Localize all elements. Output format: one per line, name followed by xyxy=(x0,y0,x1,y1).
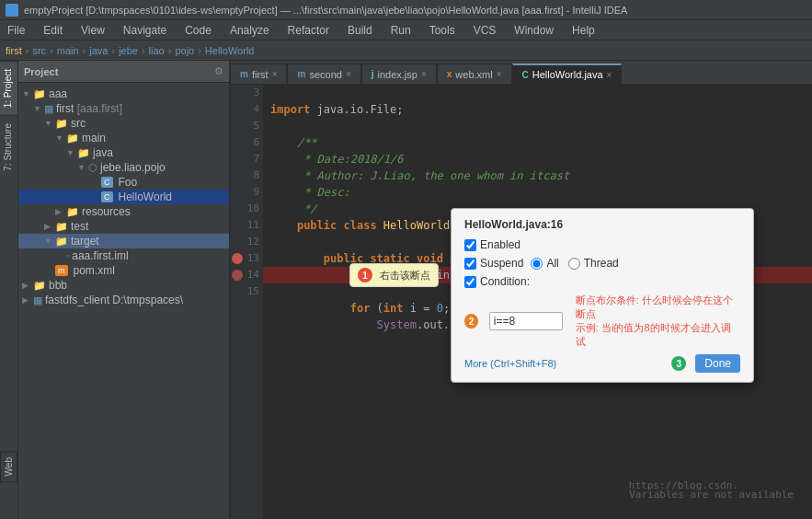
condition-hint: 断点布尔条件: 什么时候会停在这个断点示例: 当i的值为8的时候才会进入调试 xyxy=(576,294,740,349)
menu-run[interactable]: Run xyxy=(387,22,415,39)
tab-close-helloworld[interactable]: × xyxy=(607,70,612,80)
breadcrumb: first › src › main › java › jebe › liao … xyxy=(0,40,812,61)
sidebar-tab-structure[interactable]: 7: Structure xyxy=(0,115,17,179)
tab-icon-helloworld: C xyxy=(522,70,529,80)
module-icon-fastdfs: ▦ xyxy=(33,294,42,306)
condition-checkbox[interactable] xyxy=(464,276,476,288)
tab-icon-webxml: x xyxy=(447,69,452,79)
condition-checkbox-label[interactable]: Condition: xyxy=(464,275,530,288)
menu-window[interactable]: Window xyxy=(510,22,557,39)
bc-first[interactable]: first xyxy=(6,45,22,56)
tree-item-first[interactable]: ▼ ▦ first [aaa.first] xyxy=(18,101,229,116)
tree-item-iml[interactable]: ▶ ▫ aaa.first.iml xyxy=(18,248,229,263)
bc-liao[interactable]: liao xyxy=(149,45,165,56)
folder-icon-bbb: 📁 xyxy=(33,280,46,292)
tab-webxml[interactable]: x web.xml × xyxy=(437,63,512,84)
tree-label-package: jebe.liao.pojo xyxy=(100,161,166,174)
menu-view[interactable]: View xyxy=(77,22,109,39)
tree-label-resources: resources xyxy=(82,205,131,218)
tree-arrow-src: ▼ xyxy=(44,119,53,128)
menu-code[interactable]: Code xyxy=(181,22,215,39)
thread-radio[interactable] xyxy=(568,258,580,270)
menu-refactor[interactable]: Refactor xyxy=(284,22,333,39)
folder-icon-test: 📁 xyxy=(55,221,68,233)
app-icon xyxy=(6,4,18,17)
bc-java[interactable]: java xyxy=(89,45,108,56)
folder-icon-resources: 📁 xyxy=(66,206,79,218)
tab-label-first: first xyxy=(252,69,269,80)
project-title: Project xyxy=(24,66,58,77)
project-settings-icon[interactable]: ⚙ xyxy=(214,65,223,77)
tab-label-second: second xyxy=(309,69,341,80)
menu-edit[interactable]: Edit xyxy=(40,22,66,39)
tab-indexjsp[interactable]: j index.jsp × xyxy=(361,63,437,84)
tab-close-second[interactable]: × xyxy=(346,69,351,79)
xml-icon-pom: m xyxy=(55,265,68,276)
tab-icon-first: m xyxy=(240,69,248,79)
suspend-checkbox[interactable] xyxy=(464,258,476,270)
tree-item-main[interactable]: ▼ 📁 main xyxy=(18,131,229,145)
breakpoint-popup: HelloWorld.java:16 Enabled Suspend All xyxy=(451,208,754,383)
menu-build[interactable]: Build xyxy=(344,22,376,39)
tree-item-resources[interactable]: ▶ 📁 resources xyxy=(18,204,229,219)
tab-close-indexjsp[interactable]: × xyxy=(421,69,427,79)
tree-item-src[interactable]: ▼ 📁 src xyxy=(18,116,229,131)
tree-item-target[interactable]: ▼ 📁 target xyxy=(18,234,229,248)
enabled-checkbox-label[interactable]: Enabled xyxy=(464,238,520,251)
tree-arrow-package: ▼ xyxy=(77,163,86,172)
tree-item-helloworld[interactable]: ▶ C HelloWorld xyxy=(18,190,229,204)
tree-item-fastdfs[interactable]: ▶ ▦ fastdfs_client D:\tmpspaces\ xyxy=(18,293,229,307)
all-radio-label[interactable]: All xyxy=(531,257,558,270)
bp-more-link[interactable]: More (Ctrl+Shift+F8) xyxy=(464,358,556,369)
condition-input[interactable] xyxy=(489,312,563,330)
tree-item-package[interactable]: ▼ ⬡ jebe.liao.pojo xyxy=(18,160,229,175)
menu-file[interactable]: File xyxy=(4,22,29,39)
annotation-right-click: 1 右击该断点 xyxy=(349,263,439,287)
menu-tools[interactable]: Tools xyxy=(426,22,459,39)
tree-item-aaa[interactable]: ▼ 📁 aaa xyxy=(18,86,229,101)
tab-first[interactable]: m first × xyxy=(230,63,287,84)
tree-item-foo[interactable]: ▶ C Foo xyxy=(18,175,229,190)
sidebar-tab-project[interactable]: 1: Project xyxy=(0,61,17,115)
thread-radio-label[interactable]: Thread xyxy=(568,257,619,270)
menu-vcs[interactable]: VCS xyxy=(470,22,500,39)
tree-item-pom[interactable]: ▶ m pom.xml xyxy=(18,263,229,278)
main-layout: 1: Project 7: Structure Project ⚙ ▼ 📁 aa… xyxy=(0,61,812,519)
all-radio[interactable] xyxy=(531,258,543,270)
tree-item-test[interactable]: ▶ 📁 test xyxy=(18,219,229,234)
tab-helloworld[interactable]: C HelloWorld.java × xyxy=(512,63,623,84)
suspend-checkbox-label[interactable]: Suspend xyxy=(464,257,523,270)
menu-help[interactable]: Help xyxy=(568,22,599,39)
web-side-tab[interactable]: Web xyxy=(0,451,17,482)
menu-bar: File Edit View Navigate Code Analyze Ref… xyxy=(0,20,812,40)
tree-item-java[interactable]: ▼ 📁 java xyxy=(18,145,229,160)
bc-helloworld[interactable]: HelloWorld xyxy=(205,45,255,56)
tree-arrow-bbb: ▶ xyxy=(22,281,31,290)
breakpoint-dot-2 xyxy=(232,270,243,281)
editor-area: m first × m second × j index.jsp × x web… xyxy=(230,61,812,519)
annotation-badge-1: 1 xyxy=(358,268,372,283)
enabled-checkbox[interactable] xyxy=(464,239,476,251)
tab-second[interactable]: m second × xyxy=(287,63,360,84)
tree-arrow-aaa: ▼ xyxy=(22,89,31,98)
tab-label-webxml: web.xml xyxy=(455,69,492,80)
tree-label-target: target xyxy=(71,235,99,248)
folder-icon-aaa: 📁 xyxy=(33,88,46,100)
tree-item-bbb[interactable]: ▶ 📁 bbb xyxy=(18,278,229,293)
tab-close-first[interactable]: × xyxy=(272,69,278,79)
tree-label-first: first [aaa.first] xyxy=(56,102,122,115)
bc-jebe[interactable]: jebe xyxy=(119,45,138,56)
bc-src[interactable]: src xyxy=(32,45,46,56)
tree-arrow-fastdfs: ▶ xyxy=(22,295,31,305)
menu-analyze[interactable]: Analyze xyxy=(226,22,273,39)
condition-label: Condition: xyxy=(480,275,530,288)
bc-main[interactable]: main xyxy=(57,45,79,56)
bp-done-button[interactable]: Done xyxy=(695,354,740,373)
tab-close-webxml[interactable]: × xyxy=(497,69,502,79)
tree-label-test: test xyxy=(71,220,88,233)
annotation-text-1: 右击该断点 xyxy=(380,269,430,283)
tree-label-iml: aaa.first.iml xyxy=(72,249,128,262)
bp-enabled-row: Enabled xyxy=(464,238,740,251)
menu-navigate[interactable]: Navigate xyxy=(120,22,170,39)
bc-pojo[interactable]: pojo xyxy=(175,45,194,56)
